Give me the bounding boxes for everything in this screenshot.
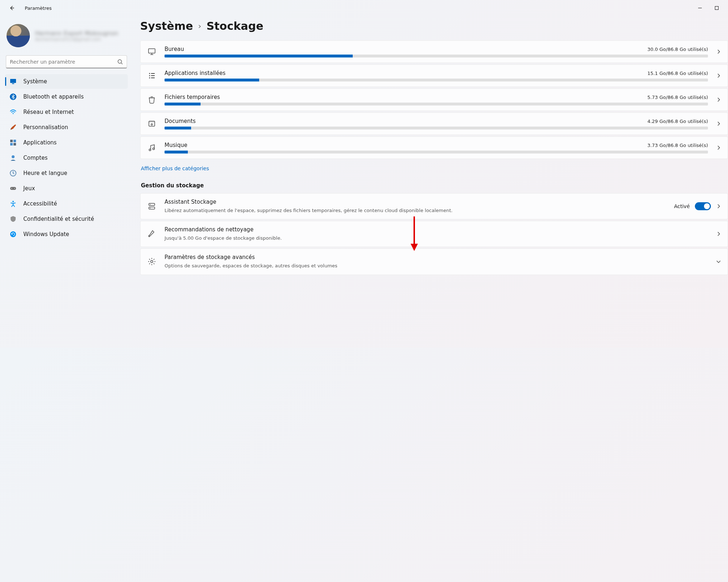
svg-line-3 (121, 63, 123, 64)
svg-rect-8 (10, 140, 13, 142)
storage-item-apps[interactable]: Applications installées15.1 Go/86.8 Go u… (140, 64, 728, 87)
storage-item-label: Bureau (165, 46, 184, 52)
storage-item-usage: 4.29 Go/86.8 Go utilisé(s) (647, 119, 708, 124)
back-button[interactable] (7, 4, 16, 12)
search-box[interactable] (6, 55, 127, 68)
nav-apps[interactable]: Applications (5, 135, 128, 150)
storage-item-docs[interactable]: Documents4.29 Go/86.8 Go utilisé(s) (140, 112, 728, 135)
system-icon (9, 78, 17, 85)
chevron-right-icon (716, 121, 721, 126)
svg-rect-5 (12, 83, 14, 84)
show-more-categories-link[interactable]: Afficher plus de catégories (141, 166, 209, 171)
nav-label: Confidentialité et sécurité (23, 216, 94, 222)
storage-progress (165, 127, 708, 129)
titlebar: Paramètres (0, 0, 728, 16)
nav-accessibility[interactable]: Accessibilité (5, 196, 128, 211)
svg-point-32 (153, 148, 155, 150)
svg-point-17 (12, 201, 14, 202)
svg-rect-1 (715, 7, 719, 10)
nav-system[interactable]: Système (5, 74, 128, 89)
svg-point-37 (151, 260, 153, 263)
breadcrumb: Système › Stockage (140, 20, 728, 32)
storage-sense-toggle[interactable] (695, 202, 711, 210)
storage-progress (165, 79, 708, 81)
storage-sense-card[interactable]: Assistant Stockage Libérez automatiqueme… (140, 193, 728, 219)
nav-time[interactable]: Heure et langue (5, 166, 128, 180)
svg-point-2 (118, 60, 122, 63)
breadcrumb-current: Stockage (206, 20, 263, 32)
profile-block[interactable]: Hermann Export Mokougnon dochermann2013@… (5, 20, 128, 54)
nav-accounts[interactable]: Comptes (5, 151, 128, 165)
nav-label: Accessibilité (23, 200, 57, 207)
breadcrumb-parent[interactable]: Système (140, 20, 193, 32)
shield-icon (9, 215, 17, 223)
chevron-right-icon (716, 49, 721, 54)
svg-point-22 (149, 73, 150, 74)
update-icon (9, 231, 17, 238)
svg-rect-11 (13, 143, 16, 146)
svg-rect-9 (13, 140, 16, 142)
storage-item-usage: 15.1 Go/86.8 Go utilisé(s) (647, 71, 708, 76)
storage-item-music[interactable]: Musique3.73 Go/86.8 Go utilisé(s) (140, 136, 728, 159)
bluetooth-icon (9, 93, 17, 100)
svg-point-15 (11, 188, 12, 189)
svg-rect-19 (149, 49, 155, 53)
nav-label: Applications (23, 139, 57, 146)
nav-privacy[interactable]: Confidentialité et sécurité (5, 212, 128, 226)
account-icon (9, 154, 17, 162)
svg-point-26 (149, 77, 150, 79)
search-icon (117, 59, 123, 65)
svg-rect-10 (10, 143, 13, 146)
cleanup-recommendations-card[interactable]: Recommandations de nettoyage Jusqu'à 5.0… (140, 221, 728, 247)
search-input[interactable] (10, 59, 117, 65)
chevron-right-icon (716, 204, 721, 209)
cleanup-title: Recommandations de nettoyage (165, 226, 708, 233)
nav-label: Windows Update (23, 231, 69, 238)
section-title-management: Gestion du stockage (141, 182, 728, 189)
nav-label: Jeux (23, 185, 35, 192)
nav-label: Réseau et Internet (23, 109, 74, 115)
svg-rect-29 (149, 121, 155, 123)
storage-item-temp[interactable]: Fichiers temporaires5.73 Go/86.8 Go util… (140, 88, 728, 111)
apps-icon (147, 71, 157, 80)
profile-email: dochermann2013@gmail.com (35, 37, 118, 42)
nav-bluetooth[interactable]: Bluetooth et appareils (5, 89, 128, 104)
svg-point-12 (12, 155, 15, 158)
storage-item-usage: 3.73 Go/86.8 Go utilisé(s) (647, 143, 708, 148)
svg-rect-34 (149, 207, 155, 209)
chevron-right-icon (716, 145, 721, 150)
storage-item-desktop[interactable]: Bureau30.0 Go/86.8 Go utilisé(s) (140, 40, 728, 63)
nav-label: Heure et langue (23, 170, 67, 176)
chevron-right-icon (716, 73, 721, 78)
advanced-desc: Options de sauvegarde, espaces de stocka… (165, 263, 708, 269)
nav-personalization[interactable]: Personnalisation (5, 120, 128, 135)
sidebar: Hermann Export Mokougnon dochermann2013@… (0, 16, 133, 348)
temp-icon (147, 95, 157, 104)
advanced-storage-card[interactable]: Paramètres de stockage avancés Options d… (140, 248, 728, 275)
storage-item-usage: 30.0 Go/86.8 Go utilisé(s) (647, 47, 708, 52)
gear-icon (147, 257, 157, 266)
nav-label: Personnalisation (23, 124, 68, 131)
svg-rect-33 (149, 203, 155, 206)
svg-point-16 (14, 188, 15, 189)
chevron-right-icon (716, 231, 721, 236)
storage-progress (165, 55, 708, 57)
docs-icon (147, 119, 157, 128)
svg-rect-4 (10, 79, 16, 83)
maximize-button[interactable] (708, 2, 725, 14)
nav-update[interactable]: Windows Update (5, 227, 128, 242)
storage-progress (165, 103, 708, 105)
storage-item-label: Documents (165, 118, 196, 124)
storage-item-label: Applications installées (165, 70, 226, 76)
chevron-right-icon (716, 97, 721, 102)
svg-point-35 (150, 204, 151, 205)
minimize-button[interactable] (692, 2, 708, 14)
nav: Système Bluetooth et appareils Réseau et… (5, 74, 128, 242)
svg-point-31 (149, 149, 151, 151)
nav-network[interactable]: Réseau et Internet (5, 105, 128, 119)
nav-gaming[interactable]: Jeux (5, 181, 128, 196)
svg-point-18 (10, 231, 16, 237)
accessibility-icon (9, 200, 17, 207)
svg-point-24 (149, 75, 150, 76)
svg-rect-27 (151, 77, 155, 78)
